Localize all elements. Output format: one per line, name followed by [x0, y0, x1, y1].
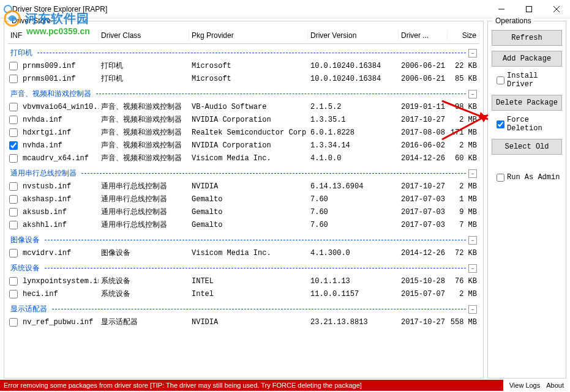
group-header[interactable]: 声音、视频和游戏控制器−	[8, 85, 479, 100]
row-checkbox[interactable]	[9, 195, 18, 204]
cell-provider: NVIDIA	[189, 182, 308, 191]
row-checkbox[interactable]	[9, 154, 18, 163]
driver-row[interactable]: nvhda.inf声音、视频和游戏控制器NVIDIA Corporation1.…	[8, 113, 479, 126]
force-deletion-checkbox[interactable]: Force Deletion	[497, 116, 562, 133]
driver-row[interactable]: nvstusb.inf通用串行总线控制器NVIDIA6.14.13.690420…	[8, 180, 479, 193]
row-checkbox[interactable]	[9, 62, 18, 70]
driver-row[interactable]: mcvidrv.inf图像设备Visicom Media Inc.4.1.300…	[8, 246, 479, 259]
cell-date: 2015-07-07	[399, 289, 448, 299]
col-header-class[interactable]: Driver Class	[99, 30, 189, 41]
row-checkbox[interactable]	[9, 182, 18, 191]
cell-version: 6.14.13.6904	[308, 182, 399, 191]
cell-class: 显示适配器	[99, 316, 189, 328]
cell-class: 打印机	[99, 73, 189, 84]
driver-row[interactable]: prnms009.inf打印机Microsoft10.0.10240.16384…	[8, 59, 479, 72]
row-checkbox[interactable]	[9, 128, 18, 137]
run-as-admin-input[interactable]	[497, 174, 504, 182]
group-name: 系统设备	[10, 263, 40, 273]
driver-row[interactable]: aksusb.inf通用串行总线控制器Gemalto7.602017-07-03…	[8, 205, 479, 218]
row-checkbox[interactable]	[9, 221, 18, 229]
col-header-date[interactable]: Driver ...	[399, 30, 448, 41]
cell-size: 171 MB	[448, 128, 479, 138]
cell-version: 7.60	[308, 194, 399, 204]
driver-row[interactable]: prnms001.inf打印机Microsoft10.0.10240.16384…	[8, 72, 479, 85]
group-header[interactable]: 显示适配器−	[8, 300, 479, 316]
cell-size: 7 MB	[448, 220, 479, 230]
driver-row[interactable]: nvhda.inf声音、视频和游戏控制器NVIDIA Corporation1.…	[8, 139, 479, 152]
collapse-icon[interactable]: −	[468, 90, 477, 98]
driver-row[interactable]: nv_ref_pubwu.inf显示适配器NVIDIA23.21.13.8813…	[8, 316, 479, 328]
cell-size: 72 KB	[448, 248, 479, 258]
select-old-button[interactable]: Select Old	[492, 139, 562, 155]
cell-class: 声音、视频和游戏控制器	[99, 114, 189, 125]
cell-date: 2017-07-03	[399, 220, 448, 230]
column-headers[interactable]: INF Driver Class Pkg Provider Driver Ver…	[8, 28, 479, 44]
install-driver-input[interactable]	[497, 76, 504, 84]
cell-date: 2017-10-27	[399, 182, 448, 191]
row-checkbox[interactable]	[9, 249, 18, 257]
group-header[interactable]: 通用串行总线控制器−	[8, 165, 479, 180]
svg-rect-1	[526, 6, 531, 12]
cell-version: 1.3.35.1	[308, 115, 399, 125]
force-deletion-input[interactable]	[497, 120, 504, 128]
driver-row[interactable]: mcaudrv_x64.inf声音、视频和游戏控制器Visicom Media …	[8, 152, 479, 165]
group-header[interactable]: 系统设备−	[8, 259, 479, 275]
driver-row[interactable]: hdxrtgi.inf声音、视频和游戏控制器Realtek Semiconduc…	[8, 126, 479, 139]
col-header-version[interactable]: Driver Version	[308, 30, 399, 41]
delete-package-button[interactable]: Delete Package	[492, 95, 562, 111]
install-driver-label: Install Driver	[507, 72, 562, 89]
cell-date: 2015-10-28	[399, 276, 448, 286]
group-header[interactable]: 图像设备−	[8, 231, 479, 246]
view-logs-link[interactable]: View Logs	[509, 382, 541, 389]
install-driver-checkbox[interactable]: Install Driver	[497, 72, 562, 89]
col-header-size[interactable]: Size	[448, 30, 479, 41]
row-checkbox[interactable]	[9, 103, 18, 111]
driver-row[interactable]: vbvmvaio64_win10.inf声音、视频和游戏控制器VB-Audio …	[8, 100, 479, 113]
cell-class: 声音、视频和游戏控制器	[99, 127, 189, 138]
group-header[interactable]: 打印机−	[8, 44, 479, 59]
row-checkbox[interactable]	[9, 318, 18, 327]
cell-date: 2016-06-02	[399, 141, 448, 150]
cell-size: 98 KB	[448, 102, 479, 112]
driver-row[interactable]: heci.inf系统设备Intel11.0.0.11572015-07-072 …	[8, 287, 479, 300]
row-checkbox[interactable]	[9, 208, 18, 216]
cell-class: 通用串行总线控制器	[99, 219, 189, 231]
driver-store-label: Driver Store	[9, 17, 53, 25]
driver-list[interactable]: 打印机−prnms009.inf打印机Microsoft10.0.10240.1…	[8, 44, 479, 374]
cell-class: 系统设备	[99, 288, 189, 300]
collapse-icon[interactable]: −	[468, 49, 477, 57]
cell-version: 6.0.1.8228	[308, 128, 399, 138]
cell-provider: Gemalto	[189, 207, 308, 217]
collapse-icon[interactable]: −	[468, 169, 477, 178]
add-package-button[interactable]: Add Package	[492, 51, 562, 67]
row-checkbox[interactable]	[9, 290, 18, 298]
row-checkbox[interactable]	[9, 277, 18, 286]
cell-version: 2.1.5.2	[308, 102, 399, 112]
collapse-icon[interactable]: −	[468, 236, 477, 245]
row-checkbox[interactable]	[9, 141, 18, 150]
group-name: 图像设备	[10, 235, 40, 245]
cell-version: 4.1.300.0	[308, 248, 399, 258]
maximize-button[interactable]	[515, 0, 542, 18]
run-as-admin-checkbox[interactable]: Run As Admin	[497, 173, 562, 182]
col-header-provider[interactable]: Pkg Provider	[189, 30, 308, 41]
cell-class: 声音、视频和游戏控制器	[99, 139, 189, 151]
row-checkbox[interactable]	[9, 116, 18, 124]
collapse-icon[interactable]: −	[468, 264, 477, 273]
force-deletion-label: Force Deletion	[507, 116, 562, 133]
col-header-inf[interactable]: INF	[8, 30, 99, 41]
statusbar: Error removing some packages from driver…	[0, 379, 570, 392]
minimize-button[interactable]	[487, 0, 515, 18]
cell-size: 2 MB	[448, 182, 479, 191]
driver-row[interactable]: akshasp.inf通用串行总线控制器Gemalto7.602017-07-0…	[8, 193, 479, 205]
refresh-button[interactable]: Refresh	[492, 30, 562, 46]
driver-row[interactable]: lynxpointsystem.inf系统设备INTEL10.1.1.13201…	[8, 275, 479, 287]
driver-row[interactable]: akshhl.inf通用串行总线控制器Gemalto7.602017-07-03…	[8, 218, 479, 231]
close-button[interactable]	[542, 0, 570, 18]
row-checkbox[interactable]	[9, 75, 18, 83]
about-link[interactable]: About	[546, 382, 564, 389]
cell-provider: Realtek Semiconductor Corp.	[189, 128, 308, 138]
cell-size: 9 MB	[448, 207, 479, 217]
collapse-icon[interactable]: −	[468, 305, 477, 314]
group-name: 通用串行总线控制器	[10, 168, 77, 179]
